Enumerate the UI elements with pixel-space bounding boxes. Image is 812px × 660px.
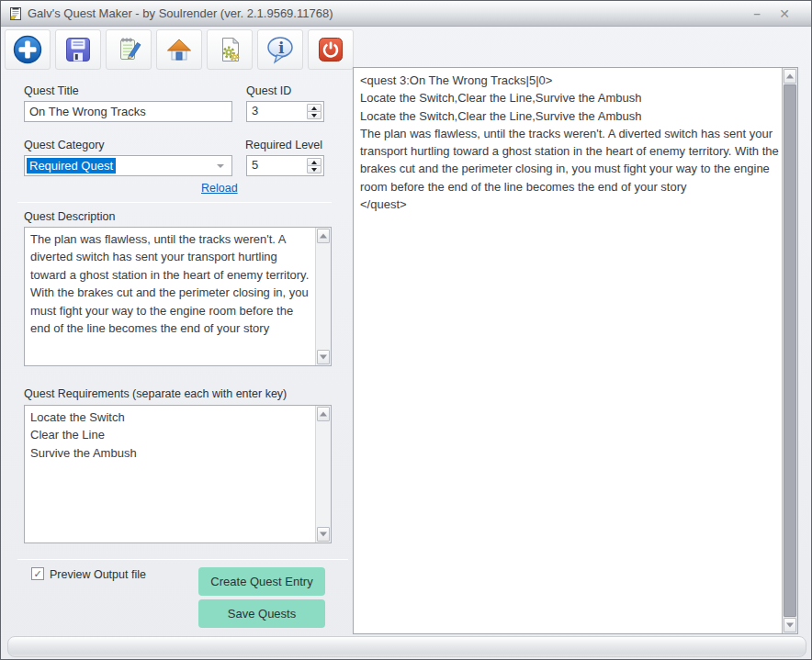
toolbar: i	[5, 29, 358, 70]
quest-title-input[interactable]	[24, 101, 232, 122]
generate-button[interactable]	[207, 29, 253, 70]
scrollbar-thumb[interactable]	[784, 84, 796, 617]
quest-output-preview[interactable]: <quest 3:On The Wrong Tracks|5|0> Locate…	[353, 67, 798, 634]
new-quest-button[interactable]	[5, 29, 51, 70]
preview-output-checkbox[interactable]: ✓	[31, 567, 44, 580]
info-button[interactable]: i	[257, 29, 303, 70]
check-icon: ✓	[33, 568, 41, 579]
svg-text:i: i	[278, 39, 285, 57]
create-quest-entry-button[interactable]: Create Quest Entry	[198, 567, 325, 596]
document-gears-icon	[214, 34, 245, 65]
app-window: Galv's Quest Maker - by Soulrender (ver.…	[0, 0, 812, 660]
required-level-label: Required Level	[245, 139, 322, 151]
quest-description-textarea[interactable]: The plan was flawless, until the tracks …	[24, 227, 332, 366]
quest-output-text: <quest 3:On The Wrong Tracks|5|0> Locate…	[354, 68, 782, 633]
info-bubble-icon: i	[265, 34, 296, 65]
scroll-up-arrow-icon[interactable]	[317, 407, 330, 421]
preview-output-label: Preview Output file	[50, 568, 146, 581]
notepad-pencil-icon	[113, 34, 144, 65]
home-icon	[164, 34, 195, 65]
description-scrollbar[interactable]	[315, 228, 331, 365]
quest-id-down-arrow-icon[interactable]	[307, 111, 321, 119]
exit-button[interactable]	[308, 29, 354, 70]
scroll-up-arrow-icon[interactable]	[317, 229, 330, 243]
save-button[interactable]	[55, 29, 101, 70]
scroll-down-arrow-icon[interactable]	[317, 350, 330, 364]
minimize-button[interactable]: –	[747, 6, 767, 22]
scroll-down-arrow-icon[interactable]	[784, 618, 796, 632]
floppy-disk-icon	[63, 35, 93, 64]
title-bar: Galv's Quest Maker - by Soulrender (ver.…	[1, 1, 811, 27]
quest-requirements-text: Locate the Switch Clear the Line Survive…	[25, 406, 315, 543]
status-strip	[7, 636, 806, 657]
quest-category-select[interactable]: Required Quest	[24, 155, 232, 176]
separator	[17, 202, 332, 203]
required-level-down-arrow-icon[interactable]	[307, 165, 321, 173]
quest-description-label: Quest Description	[24, 210, 115, 223]
scroll-up-arrow-icon[interactable]	[784, 69, 796, 84]
quest-id-stepper[interactable]: 3	[246, 101, 324, 122]
edit-button[interactable]	[106, 29, 152, 70]
quest-category-label: Quest Category	[24, 139, 105, 151]
required-level-value: 5	[252, 158, 258, 172]
plus-circle-icon	[12, 34, 43, 65]
quest-requirements-label: Quest Requirements (separate each with e…	[24, 387, 287, 400]
quest-description-text: The plan was flawless, until the tracks …	[25, 228, 315, 365]
chevron-down-icon	[217, 164, 224, 168]
quest-id-label: Quest ID	[246, 84, 291, 97]
separator	[17, 559, 348, 560]
reload-link[interactable]: Reload	[201, 182, 238, 195]
preview-scrollbar[interactable]	[782, 68, 797, 633]
quest-requirements-textarea[interactable]: Locate the Switch Clear the Line Survive…	[24, 405, 332, 543]
quest-id-value: 3	[252, 104, 258, 117]
app-icon	[8, 6, 23, 21]
save-quests-button[interactable]: Save Quests	[198, 599, 325, 628]
window-title: Galv's Quest Maker - by Soulrender (ver.…	[28, 6, 333, 20]
quest-category-selected-value: Required Quest	[27, 158, 116, 173]
quest-title-label: Quest Title	[24, 84, 79, 97]
requirements-scrollbar[interactable]	[315, 406, 331, 543]
required-level-stepper[interactable]: 5	[246, 155, 324, 176]
power-icon	[315, 34, 346, 65]
scroll-down-arrow-icon[interactable]	[317, 527, 330, 542]
close-button[interactable]: ✕	[774, 6, 795, 22]
home-button[interactable]	[156, 29, 202, 70]
